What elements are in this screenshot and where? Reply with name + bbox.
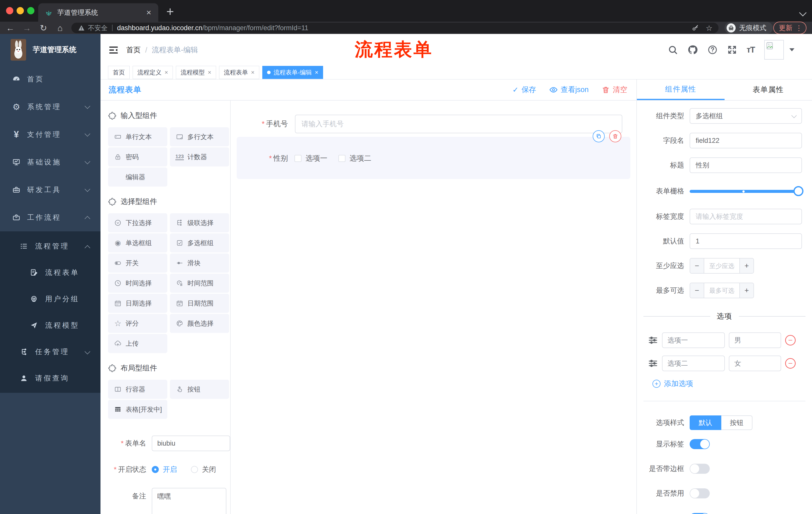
- status-radio-on[interactable]: 开启: [152, 465, 177, 474]
- tag-close-icon[interactable]: ×: [165, 69, 168, 76]
- help-icon[interactable]: [707, 45, 718, 55]
- forward-icon[interactable]: →: [19, 24, 35, 32]
- sidebar-item-system[interactable]: ⚙ 系统管理: [0, 93, 100, 121]
- component-date-range[interactable]: 日期范围: [170, 294, 229, 313]
- traffic-light-minimize[interactable]: [17, 7, 24, 14]
- avatar[interactable]: [764, 40, 784, 60]
- component-password[interactable]: 密码: [108, 147, 167, 166]
- traffic-light-close[interactable]: [6, 7, 13, 14]
- component-color-picker[interactable]: 颜色选择: [170, 314, 229, 333]
- field-name-input[interactable]: [690, 133, 802, 148]
- sidebar-item-process-management[interactable]: 流程管理: [0, 233, 100, 259]
- browser-update-button[interactable]: 更新 ⋮: [773, 22, 807, 34]
- stepper-increase-button[interactable]: +: [740, 283, 753, 298]
- stepper-decrease-button[interactable]: −: [690, 259, 704, 273]
- component-button[interactable]: 按钮: [170, 380, 229, 399]
- label-width-input[interactable]: [690, 209, 802, 224]
- traffic-light-zoom[interactable]: [27, 7, 34, 14]
- form-name-input[interactable]: [152, 436, 230, 451]
- copy-component-button[interactable]: [593, 130, 605, 142]
- component-select[interactable]: 下拉选择: [108, 213, 167, 232]
- remove-option-button[interactable]: −: [785, 358, 796, 369]
- tag-close-icon[interactable]: ×: [208, 69, 211, 76]
- gender-option-1[interactable]: 选项一: [294, 154, 327, 163]
- url-bar[interactable]: 不安全 dashboard.yudao.iocoder.cn /bpm/mana…: [71, 23, 719, 33]
- sidebar-item-workflow[interactable]: 工作流程: [0, 204, 100, 231]
- sidebar-item-user-group[interactable]: 用户分组: [0, 286, 100, 312]
- tab-component-props[interactable]: 组件属性: [637, 79, 725, 100]
- drag-handle-icon[interactable]: [648, 335, 658, 345]
- component-radio-group[interactable]: ◉ 单选框组: [108, 233, 167, 252]
- home-icon[interactable]: ⌂: [52, 24, 68, 32]
- default-value-input[interactable]: [690, 233, 802, 249]
- search-icon[interactable]: [668, 45, 678, 55]
- option-value-input[interactable]: [729, 356, 781, 371]
- fullscreen-icon[interactable]: [727, 45, 737, 55]
- view-json-button[interactable]: 查看json: [549, 85, 589, 95]
- tag-close-icon[interactable]: ×: [251, 69, 255, 76]
- tag-process-definition[interactable]: 流程定义×: [133, 66, 173, 79]
- style-button-button[interactable]: 按钮: [721, 415, 752, 430]
- gender-option-2[interactable]: 选项二: [339, 154, 371, 163]
- font-size-icon[interactable]: тT: [747, 45, 755, 55]
- option-value-input[interactable]: [729, 332, 781, 348]
- required-switch[interactable]: [690, 513, 710, 514]
- form-remark-textarea[interactable]: 嘿嘿: [152, 488, 226, 514]
- title-input[interactable]: [690, 157, 802, 173]
- tag-process-model[interactable]: 流程模型×: [176, 66, 216, 79]
- canvas-phone-field[interactable]: *手机号: [231, 115, 636, 133]
- checkbox-unchecked-icon[interactable]: [294, 155, 301, 162]
- tag-close-icon[interactable]: ×: [315, 69, 318, 76]
- option-label-input[interactable]: [662, 332, 725, 348]
- sidebar-item-leave-query[interactable]: 请假查询: [0, 365, 100, 391]
- sidebar-item-home[interactable]: 首页: [0, 65, 100, 93]
- show-label-switch[interactable]: [690, 439, 710, 449]
- stepper-decrease-button[interactable]: −: [690, 283, 704, 298]
- component-rate[interactable]: ☆ 评分: [108, 314, 167, 333]
- sidebar-item-task-management[interactable]: 任务管理: [0, 339, 100, 365]
- component-slider[interactable]: 滑块: [170, 253, 229, 273]
- component-editor[interactable]: 编辑器: [108, 167, 167, 187]
- checkbox-unchecked-icon[interactable]: [339, 155, 345, 162]
- sidebar-item-process-form[interactable]: 流程表单: [0, 259, 100, 286]
- component-cascader[interactable]: 级联选择: [170, 213, 229, 232]
- sidebar-item-process-model[interactable]: 流程模型: [0, 312, 100, 339]
- sidebar-collapse-icon[interactable]: [109, 45, 119, 55]
- password-key-icon[interactable]: [692, 24, 699, 32]
- browser-tab[interactable]: 芋道管理系统 ×: [38, 3, 158, 22]
- max-select-placeholder[interactable]: 最多可选: [704, 283, 740, 298]
- component-counter[interactable]: 123 计数器: [170, 147, 229, 166]
- min-select-placeholder[interactable]: 至少应选: [704, 259, 740, 273]
- style-default-button[interactable]: 默认: [690, 415, 721, 430]
- bookmark-star-icon[interactable]: ☆: [706, 24, 713, 32]
- avatar-caret-icon[interactable]: [789, 48, 794, 51]
- component-multi-line-text[interactable]: 多行文本: [170, 127, 229, 146]
- component-type-select[interactable]: 多选框组: [690, 108, 802, 124]
- reload-icon[interactable]: ↻: [35, 24, 52, 32]
- option-label-input[interactable]: [662, 356, 725, 371]
- border-switch[interactable]: [690, 464, 710, 474]
- component-row-container[interactable]: 行容器: [108, 380, 167, 399]
- save-button[interactable]: ✓ 保存: [512, 85, 536, 95]
- tab-search-chevron-icon[interactable]: [799, 9, 807, 17]
- component-time-picker[interactable]: 时间选择: [108, 274, 167, 293]
- tab-form-props[interactable]: 表单属性: [725, 79, 812, 100]
- add-option-button[interactable]: + 添加选项: [652, 379, 812, 389]
- github-icon[interactable]: [687, 45, 698, 55]
- drag-handle-icon[interactable]: [648, 358, 658, 369]
- delete-component-button[interactable]: [609, 130, 621, 142]
- browser-menu-icon[interactable]: ⋮: [795, 24, 803, 32]
- component-table-dev[interactable]: 表格[开发中]: [108, 400, 167, 419]
- remove-option-button[interactable]: −: [785, 335, 796, 346]
- breadcrumb-home[interactable]: 首页: [126, 45, 141, 55]
- form-grid-slider[interactable]: [690, 186, 802, 196]
- phone-input[interactable]: [295, 115, 622, 133]
- component-upload[interactable]: 上传: [108, 334, 167, 353]
- canvas-selected-component[interactable]: *性别 选项一 选项二: [237, 137, 630, 179]
- sidebar-item-devtools[interactable]: 研发工具: [0, 176, 100, 204]
- component-date-picker[interactable]: 日期选择: [108, 294, 167, 313]
- sidebar-item-infrastructure[interactable]: 基础设施: [0, 148, 100, 176]
- tag-process-form-edit[interactable]: 流程表单-编辑×: [262, 66, 323, 79]
- slider-thumb[interactable]: [793, 186, 804, 196]
- clear-button[interactable]: 清空: [602, 85, 627, 95]
